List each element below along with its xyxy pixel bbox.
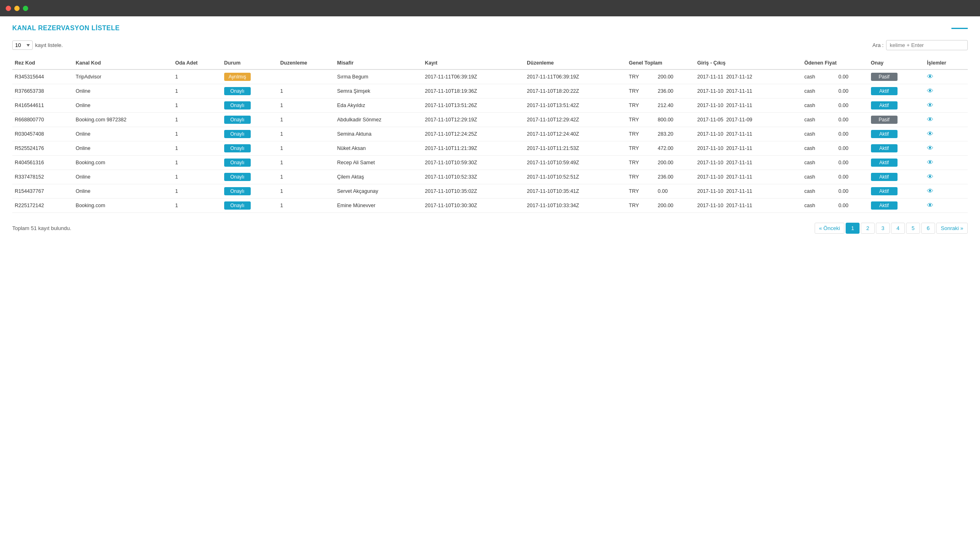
pagination-page-6[interactable]: 6 [921,223,935,234]
cell-odened-deger: 0.00 [836,113,868,127]
view-button[interactable]: 👁 [927,102,933,109]
cell-rez-kod: R030457408 [12,127,73,141]
pagination-prev[interactable]: « Önceki [815,223,844,234]
cell-odened-deger: 0.00 [836,141,868,156]
cell-islemler[interactable]: 👁 [924,156,968,170]
cell-rez-kod: R416544611 [12,98,73,113]
cell-rez-kod: R668800770 [12,113,73,127]
cell-currency: TRY [626,170,655,184]
cell-odenen-fiyat: cash [802,141,836,156]
cell-islemler[interactable]: 👁 [924,199,968,213]
table-row: R337478152Online1Onaylı1Çilem Aktaş2017-… [12,170,968,184]
cell-genel-toplam: 0.00 [655,184,695,199]
pagination-page-2[interactable]: 2 [861,223,875,234]
col-onay: Onay [869,57,925,69]
cell-durum: Onaylı [222,127,278,141]
cell-islemler[interactable]: 👁 [924,84,968,98]
cell-currency: TRY [626,141,655,156]
search-label: Ara : [873,42,884,48]
cell-misafir: Recep Ali Samet [335,156,423,170]
status-badge: Onaylı [224,116,251,124]
toolbar-right: Ara : [873,40,968,50]
status-badge: Onaylı [224,144,251,152]
close-button[interactable] [6,6,11,11]
view-button[interactable]: 👁 [927,130,933,138]
titlebar [0,0,980,16]
cell-kanal-kod: Online [73,170,173,184]
cell-giris-cikis: 2017-11-05 2017-11-09 [695,113,802,127]
cell-duzenleme: 1 [278,184,334,199]
maximize-button[interactable] [23,6,28,11]
onay-badge: Aktif [871,159,898,167]
entries-select[interactable]: 10 25 50 100 [12,40,33,50]
cell-kanal-kod: Booking.com [73,156,173,170]
cell-odened-deger: 0.00 [836,170,868,184]
cell-onay: Pasif [869,69,925,84]
pagination-page-5[interactable]: 5 [906,223,920,234]
cell-giris-cikis: 2017-11-11 2017-11-12 [695,69,802,84]
cell-oda-adet: 1 [173,156,222,170]
cell-kayit: 2017-11-10T10:35:02Z [423,184,525,199]
cell-kanal-kod: Online [73,84,173,98]
view-button[interactable]: 👁 [927,159,933,166]
status-badge: Onaylı [224,187,251,195]
view-button[interactable]: 👁 [927,87,933,95]
cell-duzenleme-date: 2017-11-10T18:20:22Z [524,84,626,98]
cell-genel-toplam: 200.00 [655,199,695,213]
cell-odenen-fiyat: cash [802,170,836,184]
cell-oda-adet: 1 [173,98,222,113]
pagination-page-3[interactable]: 3 [876,223,890,234]
pagination-next[interactable]: Sonraki » [936,223,968,234]
pagination-page-4[interactable]: 4 [891,223,905,234]
cell-islemler[interactable]: 👁 [924,170,968,184]
cell-durum: Onaylı [222,98,278,113]
cell-odenen-fiyat: cash [802,199,836,213]
cell-giris-cikis: 2017-11-10 2017-11-11 [695,170,802,184]
status-badge: Onaylı [224,173,251,181]
cell-duzenleme-date: 2017-11-10T10:59:49Z [524,156,626,170]
cell-islemler[interactable]: 👁 [924,69,968,84]
cell-currency: TRY [626,69,655,84]
cell-kayit: 2017-11-10T12:24:25Z [423,127,525,141]
cell-currency: TRY [626,199,655,213]
cell-durum: Onaylı [222,84,278,98]
cell-misafir: Servet Akçagunay [335,184,423,199]
cell-odened-deger: 0.00 [836,69,868,84]
view-button[interactable]: 👁 [927,173,933,181]
cell-duzenleme: 1 [278,199,334,213]
cell-misafir: Nüket Aksan [335,141,423,156]
search-input[interactable] [886,40,968,50]
col-odenen-fiyat: Ödenen Fiyat [802,57,869,69]
view-button[interactable]: 👁 [927,116,933,123]
cell-islemler[interactable]: 👁 [924,141,968,156]
cell-genel-toplam: 283.20 [655,127,695,141]
col-misafir: Misafir [335,57,423,69]
cell-islemler[interactable]: 👁 [924,127,968,141]
cell-islemler[interactable]: 👁 [924,184,968,199]
table-row: R030457408Online1Onaylı1Semina Aktuna201… [12,127,968,141]
cell-odened-deger: 0.00 [836,98,868,113]
cell-kanal-kod: Booking.com [73,199,173,213]
status-badge: Onaylı [224,201,251,210]
pagination-page-1[interactable]: 1 [846,223,860,234]
onay-badge: Pasif [871,116,898,124]
onay-badge: Aktif [871,144,898,152]
view-button[interactable]: 👁 [927,145,933,152]
minimize-button[interactable] [14,6,20,11]
cell-oda-adet: 1 [173,113,222,127]
cell-currency: TRY [626,127,655,141]
cell-kayit: 2017-11-10T10:52:33Z [423,170,525,184]
view-button[interactable]: 👁 [927,202,933,209]
cell-onay: Aktif [869,127,925,141]
cell-onay: Aktif [869,184,925,199]
cell-islemler[interactable]: 👁 [924,98,968,113]
cell-odenen-fiyat: cash [802,98,836,113]
cell-odenen-fiyat: cash [802,69,836,84]
cell-rez-kod: R337478152 [12,170,73,184]
cell-islemler[interactable]: 👁 [924,113,968,127]
view-button[interactable]: 👁 [927,188,933,195]
reservations-table: Rez Kod Kanal Kod Oda Adet Durum Duzenle… [12,57,968,213]
cell-odenen-fiyat: cash [802,156,836,170]
view-button[interactable]: 👁 [927,73,933,80]
cell-oda-adet: 1 [173,84,222,98]
